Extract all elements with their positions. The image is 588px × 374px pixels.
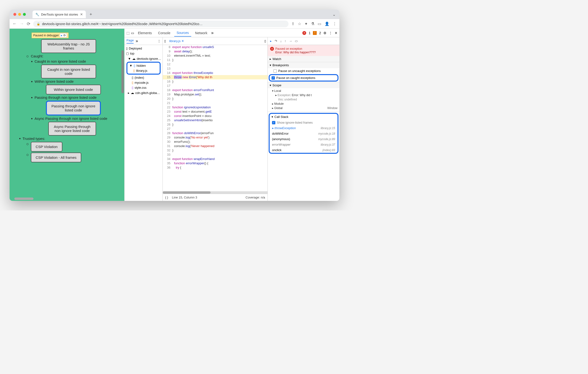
warnings-badge[interactable]: ! — [313, 31, 317, 35]
page-scrollbar-v[interactable] — [121, 50, 124, 93]
toggle-dbg-icon[interactable]: ▯ — [264, 39, 266, 43]
nav-more-icon[interactable]: » — [136, 39, 138, 43]
paused-title: Paused on exception — [275, 47, 302, 51]
editor-hscroll[interactable] — [163, 191, 267, 194]
btn-csp-violation[interactable]: CSP Violation — [31, 142, 62, 152]
checkbox-uncaught[interactable] — [273, 69, 277, 73]
tabs-overflow-icon[interactable]: ⌄ — [333, 12, 336, 17]
checkbox-caught[interactable]: ✓ — [272, 76, 275, 80]
tree-domain[interactable]: ▼☁devtools-ignore… — [125, 56, 162, 61]
bp-caught[interactable]: ✓Pause on caught exceptions — [270, 75, 337, 81]
step-button[interactable]: → — [289, 39, 292, 43]
extensions-icon[interactable]: ✦ — [304, 21, 308, 26]
profile-icon[interactable]: 👤 — [325, 21, 329, 26]
reload-button[interactable]: ⟳ — [27, 21, 30, 27]
new-tab-button[interactable]: + — [90, 12, 92, 17]
nav-kebab-icon[interactable]: ⋮ — [158, 39, 161, 43]
tree-style[interactable]: ▯style.css — [125, 85, 162, 90]
btn-webassembly[interactable]: WebAssembly trap - no JS frames — [41, 39, 96, 53]
toggle-nav-icon[interactable]: ▯ — [164, 39, 166, 43]
tab-network[interactable]: Network — [193, 30, 210, 36]
inspect-icon[interactable]: ⬚ — [126, 31, 130, 35]
menu-icon[interactable]: ⋮ — [333, 21, 336, 26]
address-input[interactable]: 🔒 devtools-ignore-list-stories.glitch.me… — [33, 21, 288, 27]
callstack-frame[interactable]: doWithErrormycode.js:18 — [270, 131, 337, 136]
btn-async-passing[interactable]: Async Passing through non ignore listed … — [48, 122, 96, 136]
bp-uncaught[interactable]: Pause on uncaught exceptions — [268, 68, 339, 74]
share-icon[interactable]: ⇧ — [291, 21, 294, 26]
bookmark-icon[interactable]: ☆ — [298, 21, 301, 26]
browser-tab[interactable]: 🔧 DevTools ignore list stories ✕ — [32, 11, 86, 18]
page-viewport: Paused in debugger ▸ ⟳ WebAssembly trap … — [10, 29, 124, 201]
forward-button[interactable]: → — [20, 21, 24, 26]
scope-exception[interactable]: ▸ Exception: Error: Why did t — [272, 93, 337, 97]
labs-icon[interactable]: ⚗ — [311, 21, 314, 26]
tab-elements[interactable]: Elements — [136, 30, 154, 36]
tree-library[interactable]: ▯library.js — [128, 68, 159, 73]
scope-local[interactable]: ▾ Local — [272, 89, 337, 93]
btn-csp-all[interactable]: CSP Violation - All frames — [31, 153, 81, 162]
nav-page-tab[interactable]: Page — [126, 39, 134, 43]
callstack-frame[interactable]: (anonymous)mycode.js:89 — [270, 136, 337, 142]
caught-non-ignore-label: Caught in non ignore listed code — [34, 59, 86, 63]
deactivate-bp-button[interactable]: ⬭ — [295, 39, 298, 43]
panel-icon[interactable]: ▭ — [318, 21, 321, 26]
errors-badge[interactable]: ✕ — [302, 31, 306, 35]
trusted-types-label: Trusted types: — [22, 137, 45, 141]
tab-favicon: 🔧 — [35, 13, 39, 16]
tab-console[interactable]: Console — [156, 30, 173, 36]
device-icon[interactable]: ▭ — [131, 31, 134, 35]
debugger-toolbar: ▸ ↷ ↓ ↑ → ⬭ — [268, 37, 339, 45]
tree-top[interactable]: ▢top — [125, 51, 162, 56]
page-scrollbar-h[interactable] — [14, 198, 33, 200]
breakpoints-section[interactable]: ▾Breakpoints — [268, 62, 339, 68]
step-into-button[interactable]: ↓ — [280, 39, 282, 43]
step-out-button[interactable]: ↑ — [285, 39, 286, 43]
tree-deployed[interactable]: ▯Deployed — [125, 46, 162, 51]
tree-mycode[interactable]: ▯mycode.js — [125, 80, 162, 85]
kebab-icon[interactable]: ⋮ — [329, 31, 332, 35]
callstack-frame[interactable]: errorWrapperlibrary.js:37 — [270, 142, 337, 147]
step-over-button[interactable]: ↷ — [275, 39, 277, 43]
cursor-position: Line 15, Column 3 — [172, 196, 197, 199]
pretty-print-icon[interactable]: { } — [165, 196, 168, 199]
close-devtools-icon[interactable]: ✕ — [335, 31, 337, 35]
content: Paused in debugger ▸ ⟳ WebAssembly trap … — [10, 29, 339, 201]
callstack-frame[interactable]: ▸ throwExceptionlibrary.js:15 — [270, 125, 337, 131]
cs-show-ignore[interactable]: ✓Show ignore-listed frames — [270, 120, 337, 125]
back-button[interactable]: ← — [12, 21, 17, 26]
nav-head: Page » ⋮ — [125, 37, 163, 45]
gear-icon[interactable]: ⚙ — [323, 31, 326, 35]
scope-global[interactable]: ▸ GlobalWindow — [272, 106, 337, 110]
scope-section[interactable]: ▾Scope — [268, 82, 339, 88]
step-icon[interactable]: ⟳ — [63, 34, 66, 37]
minimize-window-icon[interactable] — [18, 13, 21, 16]
tree-hidden-folder[interactable]: ▼▯hidden — [128, 63, 159, 68]
tree-index[interactable]: ▯(index) — [125, 75, 162, 80]
sources-navigator: Page » ⋮ ▯Deployed ▢top ▼☁devtools-ignor… — [125, 37, 163, 201]
tree-cdn[interactable]: ▸☁cdn.glitch.globa… — [125, 90, 162, 96]
btn-within-ignore[interactable]: Within ignore listed code — [46, 85, 101, 95]
devtools: ⬚ ▭ Elements Console Sources Network » ✕… — [124, 29, 339, 201]
close-tab-icon[interactable]: ✕ — [80, 12, 83, 16]
close-window-icon[interactable] — [13, 13, 16, 16]
maximize-window-icon[interactable] — [23, 13, 26, 16]
code-editor: ▯ library.js ✕ ▯ 8export async function … — [163, 37, 268, 201]
editor-tab-library[interactable]: library.js ✕ — [167, 39, 186, 43]
resume-button[interactable]: ▸ — [270, 39, 272, 43]
tab-sources[interactable]: Sources — [174, 29, 191, 37]
callstack-section[interactable]: ▾Call Stack — [270, 114, 337, 120]
window-controls — [13, 13, 26, 16]
resume-icon[interactable]: ▸ — [61, 34, 62, 37]
code-body[interactable]: 8export async function unsafeS9 await de… — [163, 45, 267, 191]
checkbox-show-ignore[interactable]: ✓ — [272, 121, 275, 124]
more-tabs-icon[interactable]: » — [211, 30, 213, 35]
callstack-frame[interactable]: onclick(index):83 — [270, 147, 337, 153]
errors-count: 1 — [309, 31, 311, 35]
btn-passing-non-ignore[interactable]: Passing through non ignore listed code — [46, 101, 101, 116]
watch-section[interactable]: ▸Watch — [268, 56, 339, 62]
scope-module[interactable]: ▸ Module — [272, 102, 337, 106]
within-ignore-label: Within ignore listed code — [34, 79, 74, 84]
browser-window: 🔧 DevTools ignore list stories ✕ + ⌄ ← →… — [10, 10, 339, 201]
btn-caught-non-ignore[interactable]: Caught in non ignore listed code — [41, 64, 96, 78]
